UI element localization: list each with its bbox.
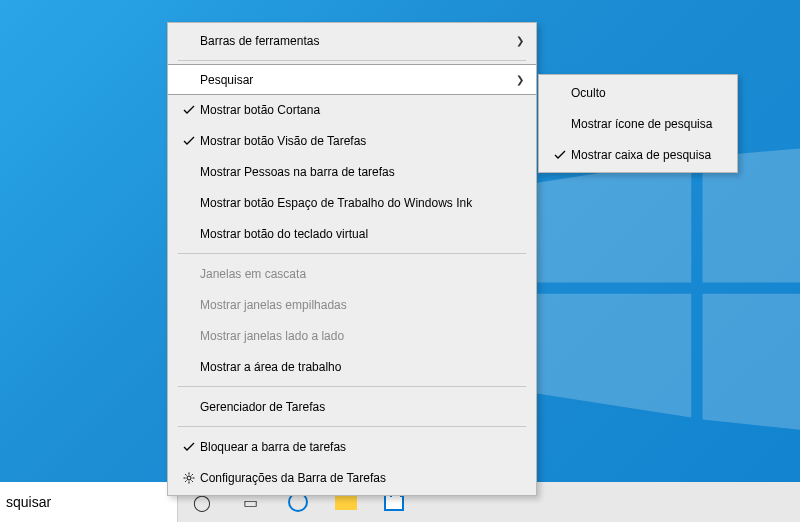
menu-item-taskview[interactable]: Mostrar botão Visão de Tarefas	[168, 125, 536, 156]
submenu-item-show-icon[interactable]: Mostrar ícone de pesquisa	[539, 108, 737, 139]
check-icon	[549, 149, 571, 161]
chevron-right-icon: ❯	[516, 35, 524, 46]
menu-item-task-manager[interactable]: Gerenciador de Tarefas	[168, 391, 536, 422]
menu-item-cortana[interactable]: Mostrar botão Cortana	[168, 94, 536, 125]
windows-logo-backdrop	[510, 140, 800, 443]
menu-separator	[178, 386, 526, 387]
menu-item-label: Mostrar botão Cortana	[200, 103, 524, 117]
submenu-item-hidden[interactable]: Oculto	[539, 77, 737, 108]
menu-item-cascade: Janelas em cascata	[168, 258, 536, 289]
menu-item-label: Mostrar Pessoas na barra de tarefas	[200, 165, 524, 179]
menu-item-search[interactable]: Pesquisar ❯	[168, 64, 536, 95]
svg-marker-3	[703, 294, 801, 440]
svg-line-10	[192, 480, 193, 481]
menu-item-label: Pesquisar	[200, 73, 516, 87]
menu-item-label: Bloquear a barra de tarefas	[200, 440, 524, 454]
svg-marker-0	[523, 159, 692, 283]
menu-item-label: Mostrar janelas empilhadas	[200, 298, 524, 312]
menu-item-label: Mostrar botão do teclado virtual	[200, 227, 524, 241]
submenu-item-show-box[interactable]: Mostrar caixa de pesquisa	[539, 139, 737, 170]
menu-item-show-desktop[interactable]: Mostrar a área de trabalho	[168, 351, 536, 382]
menu-separator	[178, 60, 526, 61]
check-icon	[178, 441, 200, 453]
svg-marker-2	[523, 294, 692, 418]
menu-item-label: Janelas em cascata	[200, 267, 524, 281]
menu-item-lock-taskbar[interactable]: Bloquear a barra de tarefas	[168, 431, 536, 462]
menu-item-people[interactable]: Mostrar Pessoas na barra de tarefas	[168, 156, 536, 187]
menu-item-label: Gerenciador de Tarefas	[200, 400, 524, 414]
svg-point-4	[187, 476, 191, 480]
menu-item-touch-keyboard[interactable]: Mostrar botão do teclado virtual	[168, 218, 536, 249]
menu-item-label: Configurações da Barra de Tarefas	[200, 471, 524, 485]
menu-separator	[178, 426, 526, 427]
svg-line-9	[185, 474, 186, 475]
menu-item-label: Barras de ferramentas	[200, 34, 516, 48]
menu-item-stacked: Mostrar janelas empilhadas	[168, 289, 536, 320]
svg-line-11	[185, 480, 186, 481]
menu-item-label: Mostrar botão Visão de Tarefas	[200, 134, 524, 148]
folder-icon	[335, 494, 357, 510]
menu-item-label: Oculto	[571, 86, 725, 100]
menu-item-label: Mostrar caixa de pesquisa	[571, 148, 725, 162]
menu-item-toolbars[interactable]: Barras de ferramentas ❯	[168, 25, 536, 56]
menu-separator	[178, 253, 526, 254]
menu-item-label: Mostrar ícone de pesquisa	[571, 117, 725, 131]
menu-item-label: Mostrar a área de trabalho	[200, 360, 524, 374]
menu-item-label: Mostrar janelas lado a lado	[200, 329, 524, 343]
taskbar-search-box[interactable]: squisar	[0, 482, 178, 522]
check-icon	[178, 135, 200, 147]
search-submenu: Oculto Mostrar ícone de pesquisa Mostrar…	[538, 74, 738, 173]
menu-item-windows-ink[interactable]: Mostrar botão Espaço de Trabalho do Wind…	[168, 187, 536, 218]
check-icon	[178, 104, 200, 116]
menu-item-taskbar-settings[interactable]: Configurações da Barra de Tarefas	[168, 462, 536, 493]
chevron-right-icon: ❯	[516, 74, 524, 85]
menu-item-label: Mostrar botão Espaço de Trabalho do Wind…	[200, 196, 524, 210]
gear-icon	[178, 472, 200, 484]
taskbar-context-menu: Barras de ferramentas ❯ Pesquisar ❯ Most…	[167, 22, 537, 496]
menu-item-side-by-side: Mostrar janelas lado a lado	[168, 320, 536, 351]
svg-line-12	[192, 474, 193, 475]
taskbar-search-text: squisar	[6, 494, 51, 510]
